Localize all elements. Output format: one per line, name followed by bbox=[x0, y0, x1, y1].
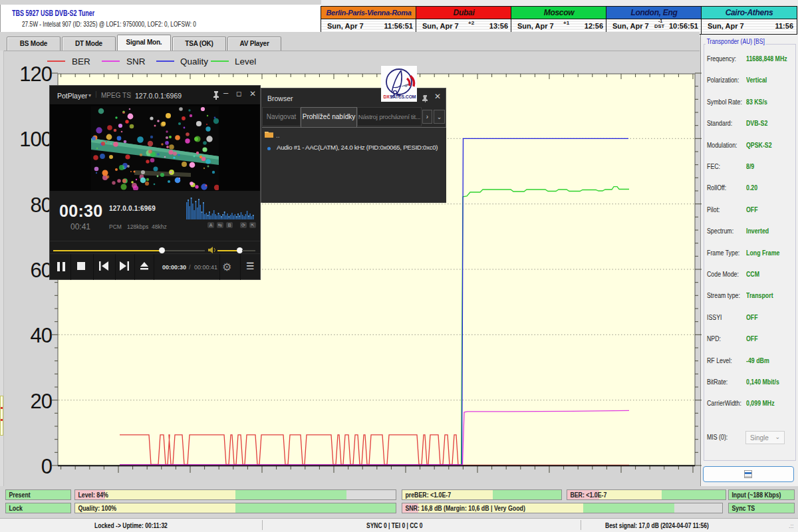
svg-text:SATCS.COM: SATCS.COM bbox=[390, 94, 416, 99]
svg-text:DX: DX bbox=[384, 94, 390, 99]
